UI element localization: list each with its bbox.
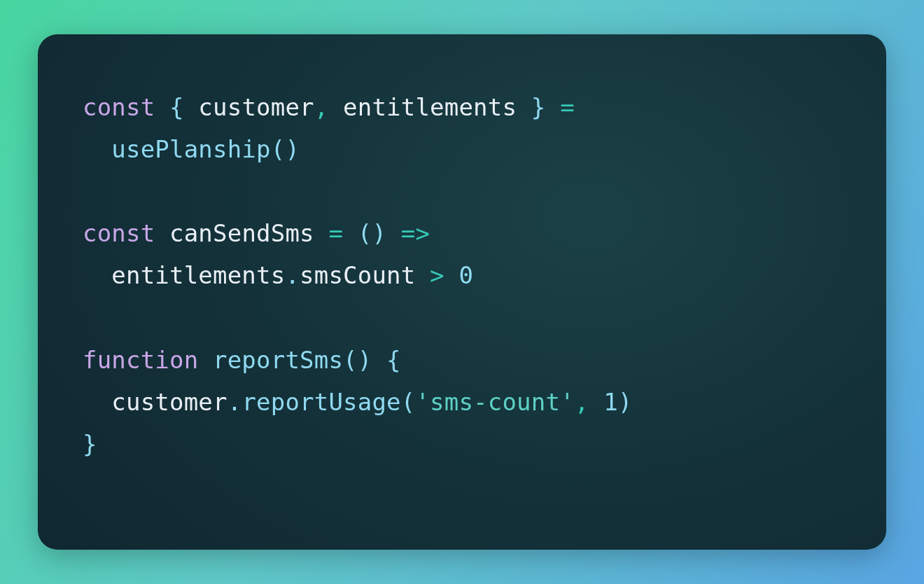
code-token-id	[155, 93, 169, 121]
code-token-id	[372, 346, 386, 374]
code-token-id	[83, 135, 111, 163]
code-token-id: canSendSms	[155, 219, 328, 247]
code-token-num: 0	[458, 261, 473, 289]
code-token-pun: ()	[358, 219, 386, 247]
code-token-pun: )	[618, 388, 633, 416]
code-token-id	[386, 219, 401, 247]
code-token-kw: const	[83, 219, 155, 247]
code-token-pun: (	[401, 388, 416, 416]
code-content: const { customer, entitlements } = usePl…	[83, 93, 632, 458]
code-token-id: smsCount	[300, 261, 430, 289]
code-token-op: =	[560, 93, 575, 121]
code-token-fn: reportUsage	[241, 388, 400, 416]
code-token-pun: .	[285, 261, 300, 289]
code-token-kw: function	[83, 346, 198, 374]
code-token-op: ,	[314, 93, 329, 121]
code-token-kw: const	[83, 93, 155, 121]
code-token-pun: {	[386, 346, 401, 374]
code-token-id	[589, 388, 603, 416]
code-token-id: customer	[83, 388, 227, 416]
code-token-pun: .	[227, 388, 242, 416]
code-token-id	[545, 93, 560, 121]
code-token-pun: }	[531, 93, 546, 121]
code-token-num: 1	[603, 388, 618, 416]
code-token-op: =>	[401, 219, 430, 247]
code-card: const { customer, entitlements } = usePl…	[38, 34, 886, 550]
code-token-id	[343, 219, 358, 247]
code-token-pun: ()	[271, 135, 300, 163]
code-token-op: ,	[575, 388, 589, 416]
code-token-pun: ()	[343, 346, 372, 374]
code-block: const { customer, entitlements } = usePl…	[83, 88, 844, 466]
code-token-id	[444, 261, 459, 289]
code-token-fn: reportSms	[213, 346, 343, 374]
code-token-str: 'sms-count'	[415, 388, 574, 416]
code-token-op: =	[328, 219, 343, 247]
code-token-pun: }	[83, 430, 97, 458]
code-token-id: customer	[184, 93, 314, 121]
code-token-fn: usePlanship	[111, 135, 270, 163]
code-token-id: entitlements	[83, 261, 285, 289]
code-token-id: entitlements	[328, 93, 531, 121]
code-token-op: >	[430, 261, 444, 289]
code-token-pun: {	[169, 93, 184, 121]
code-token-id	[198, 346, 213, 374]
